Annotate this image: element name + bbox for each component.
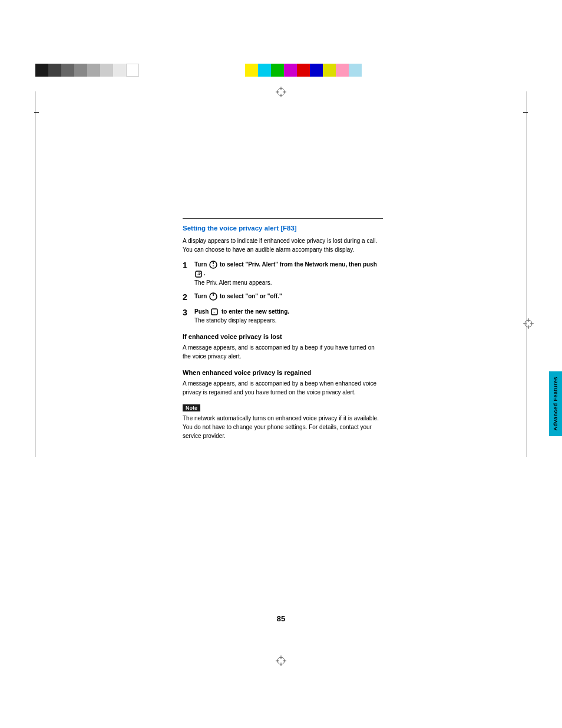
subsection-1-title: If enhanced voice privacy is lost <box>183 333 383 340</box>
crosshair-bottom <box>276 655 286 666</box>
side-tab: Advanced Features <box>549 371 562 436</box>
svg-text:→: → <box>196 272 200 276</box>
step-2-bold: Turn to select "on" or "off." <box>194 293 282 299</box>
tick-top-left <box>34 112 39 113</box>
crosshair-top <box>276 87 286 97</box>
step-1-subtext: The Priv. Alert menu appears. <box>194 278 383 287</box>
section-title: Setting the voice privacy alert [F83] <box>183 223 383 233</box>
page-number: 85 <box>277 614 285 623</box>
color-bar-right <box>245 64 362 77</box>
subsection-2-title: When enhanced voice privacy is regained <box>183 369 383 376</box>
color-bar-strip <box>0 64 562 77</box>
note-label: Note <box>183 404 200 411</box>
step-2: 2 Turn to select "on" or "off." <box>183 292 383 302</box>
main-content: Setting the voice privacy alert [F83] A … <box>183 218 383 440</box>
step-1-number: 1 <box>183 260 191 287</box>
step-1-content: Turn to select "Priv. Alert" from the Ne… <box>194 260 383 287</box>
tick-top-right <box>523 112 528 113</box>
border-left <box>35 91 36 457</box>
step-3-number: 3 <box>183 307 191 325</box>
step-1-bold: Turn to select "Priv. Alert" from the Ne… <box>194 261 377 276</box>
section-divider <box>183 218 383 219</box>
side-tab-label: Advanced Features <box>553 377 558 431</box>
step-3-subtext: The standby display reappears. <box>194 316 289 325</box>
note-body: The network automatically turns on enhan… <box>183 414 383 440</box>
step-3-bold: Push → to enter the new setting. <box>194 308 289 315</box>
svg-text:→: → <box>212 310 216 314</box>
border-right <box>526 91 527 457</box>
step-2-number: 2 <box>183 292 191 302</box>
step-1: 1 Turn to select "Priv. Alert" from the … <box>183 260 383 287</box>
section-intro: A display appears to indicate if enhance… <box>183 236 383 254</box>
subsection-1-body: A message appears, and is accompanied by… <box>183 343 383 361</box>
note-box: Note The network automatically turns on … <box>183 404 383 440</box>
color-bar-left <box>35 64 139 77</box>
step-3-content: Push → to enter the new setting. The sta… <box>194 307 289 325</box>
step-3: 3 Push → to enter the new setting. The s… <box>183 307 383 325</box>
subsection-2-body: A message appears, and is accompanied by… <box>183 379 383 397</box>
step-2-content: Turn to select "on" or "off." <box>194 292 282 302</box>
crosshair-right <box>523 318 534 329</box>
